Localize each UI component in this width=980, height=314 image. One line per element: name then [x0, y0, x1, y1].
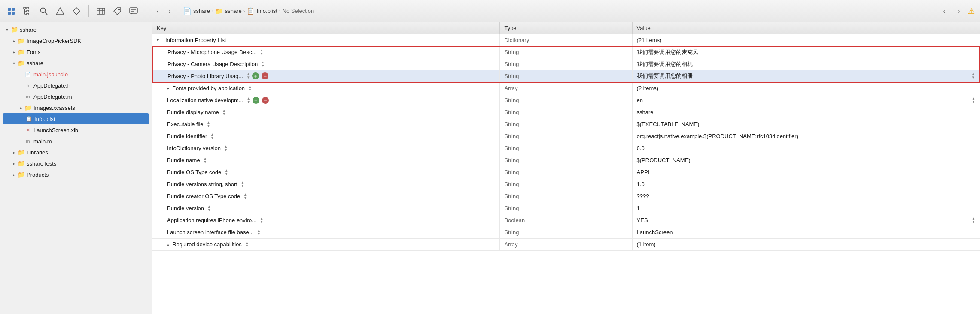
table-row-localization[interactable]: Localization native developm... ▲▼ + − S…: [152, 94, 980, 106]
warning-triangle-icon[interactable]: [54, 5, 66, 17]
svg-marker-14: [56, 8, 64, 15]
key-cell: Bundle OS Type code ▲▼: [152, 166, 500, 178]
key-stepper[interactable]: ▲▼: [224, 145, 228, 152]
diamond-icon[interactable]: [70, 5, 82, 17]
key-stepper[interactable]: ▲▼: [204, 157, 207, 164]
key-cell: Localization native developm... ▲▼ + −: [152, 94, 500, 106]
key-stepper[interactable]: ▲▼: [210, 133, 214, 140]
key-stepper[interactable]: ▲▼: [248, 85, 252, 92]
tree-arrow: [17, 138, 24, 145]
breadcrumb-sshare-2[interactable]: sshare: [225, 8, 242, 14]
table-row-bundle-display-name[interactable]: Bundle display name ▲▼ String sshare: [152, 106, 980, 118]
sidebar-item-sshare-group[interactable]: 📁 sshare: [2, 57, 150, 69]
back-button[interactable]: ‹: [152, 6, 163, 17]
remove-row-button[interactable]: −: [262, 97, 269, 104]
breadcrumb-file-icon: 📄: [183, 7, 192, 15]
tag-icon[interactable]: [111, 5, 123, 17]
table-icon[interactable]: [95, 5, 107, 17]
hierarchy-icon[interactable]: [21, 5, 33, 17]
breadcrumb-sshare-1[interactable]: sshare: [193, 8, 210, 14]
sidebar-item-products[interactable]: 📁 Products: [2, 169, 150, 180]
key-stepper[interactable]: ▲▼: [247, 97, 250, 104]
sidebar-item-main-m[interactable]: m main.m: [2, 136, 150, 147]
sidebar-item-fonts[interactable]: 📁 Fonts: [2, 46, 150, 57]
sidebar-item-ssharetests[interactable]: 📁 sshareTests: [2, 158, 150, 169]
key-stepper[interactable]: ▲▼: [245, 241, 249, 248]
key-cell: Privacy - Camera Usage Description ▲▼: [152, 58, 500, 70]
add-row-button[interactable]: +: [253, 97, 259, 104]
sidebar-item-images-xcassets[interactable]: 📁 Images.xcassets: [2, 102, 150, 113]
table-row-bundle-os-type[interactable]: Bundle OS Type code ▲▼ String APPL: [152, 166, 980, 178]
key-cell: Bundle version ▲▼: [152, 202, 500, 214]
row-key-label: Fonts provided by application: [172, 85, 245, 91]
key-stepper[interactable]: ▲▼: [247, 72, 250, 79]
breadcrumb-infoplist[interactable]: Info.plist: [256, 8, 277, 14]
row-key-label: Privacy - Camera Usage Description: [167, 61, 258, 67]
forward-button[interactable]: ›: [164, 6, 175, 17]
grid-icon[interactable]: [5, 5, 17, 17]
svg-rect-2: [8, 12, 11, 15]
key-stepper[interactable]: ▲▼: [257, 229, 261, 236]
table-row-bundle-name[interactable]: Bundle name ▲▼ String $(PRODUCT_NAME): [152, 154, 980, 166]
svg-rect-6: [27, 10, 29, 12]
sidebar-item-appdelegate-h[interactable]: h AppDelegate.h: [2, 80, 150, 91]
key-stepper[interactable]: ▲▼: [260, 217, 263, 224]
key-stepper[interactable]: ▲▼: [243, 193, 247, 200]
svg-point-12: [41, 8, 46, 12]
sidebar-item-sshare-root[interactable]: 📁 sshare: [2, 24, 150, 35]
sidebar-item-appdelegate-m[interactable]: m AppDelegate.m: [2, 91, 150, 102]
svg-rect-1: [12, 8, 15, 11]
comment-icon[interactable]: [128, 5, 140, 17]
table-row-executable[interactable]: Executable file ▲▼ String $(EXECUTABLE_N…: [152, 118, 980, 130]
table-row-fonts[interactable]: ▸ Fonts provided by application ▲▼ Array…: [152, 82, 980, 94]
key-stepper[interactable]: ▲▼: [225, 169, 228, 176]
key-stepper[interactable]: ▲▼: [207, 205, 211, 212]
row-key-label: Bundle OS Type code: [167, 169, 221, 175]
table-row-privacy-camera[interactable]: Privacy - Camera Usage Description ▲▼ St…: [152, 58, 980, 70]
sidebar-item-info-plist[interactable]: 📋 Info.plist: [3, 113, 149, 124]
table-row-bundle-version-short[interactable]: Bundle versions string, short ▲▼ String …: [152, 178, 980, 190]
type-cell: String: [500, 190, 632, 202]
sidebar-item-libraries[interactable]: 📁 Libraries: [2, 147, 150, 158]
type-cell: Array: [500, 82, 632, 94]
sidebar-item-label: sshare: [27, 60, 43, 66]
table-row[interactable]: ▾ Information Property List Dictionary (…: [152, 34, 980, 46]
table-row-privacy-mic[interactable]: Privacy - Microphone Usage Desc... ▲▼ St…: [152, 46, 980, 58]
row-key-label: Bundle name: [167, 157, 200, 163]
folder-icon: 📁: [17, 59, 25, 67]
key-cell: Bundle display name ▲▼: [152, 106, 500, 118]
key-stepper[interactable]: ▲▼: [207, 121, 210, 128]
value-stepper[interactable]: ▲▼: [972, 217, 975, 224]
table-row-bundle-version[interactable]: Bundle version ▲▼ String 1: [152, 202, 980, 214]
table-row-infodictionary[interactable]: InfoDictionary version ▲▼ String 6.0: [152, 142, 980, 154]
toolbar-back[interactable]: ‹: [939, 6, 950, 17]
value-stepper[interactable]: ▲▼: [971, 72, 975, 79]
key-stepper[interactable]: ▲▼: [241, 181, 244, 188]
key-stepper[interactable]: ▲▼: [260, 49, 263, 56]
type-cell: Boolean: [500, 214, 632, 226]
table-row-required-device[interactable]: ▴ Required device capabilities ▲▼ Array …: [152, 239, 980, 251]
breadcrumb-sep-2: ›: [243, 9, 245, 14]
col-header-type: Type: [500, 22, 632, 34]
add-row-button[interactable]: +: [252, 72, 259, 79]
sidebar-item-imagecrop[interactable]: 📁 ImageCropPickerSDK: [2, 35, 150, 46]
toolbar-forward[interactable]: ›: [953, 6, 965, 17]
key-stepper[interactable]: ▲▼: [222, 109, 226, 116]
table-row-bundle-creator[interactable]: Bundle creator OS Type code ▲▼ String ??…: [152, 190, 980, 202]
sidebar-item-main-jsbundle[interactable]: 📄 main.jsbundle: [2, 69, 150, 80]
table-row-requires-iphone[interactable]: Application requires iPhone enviro... ▲▼…: [152, 214, 980, 226]
table-row-privacy-photo[interactable]: Privacy - Photo Library Usag... ▲▼ + − S…: [152, 70, 980, 82]
tree-arrow: [17, 127, 24, 133]
sidebar-item-launchscreen-xib[interactable]: ✕ LaunchScreen.xib: [2, 124, 150, 136]
type-cell: String: [500, 202, 632, 214]
tree-arrow: [10, 171, 17, 178]
value-stepper[interactable]: ▲▼: [972, 97, 975, 104]
table-row-launch-screen[interactable]: Launch screen interface file base... ▲▼ …: [152, 226, 980, 239]
remove-row-button[interactable]: −: [262, 72, 268, 79]
key-stepper[interactable]: ▲▼: [261, 61, 265, 68]
row-key-label: Application requires iPhone enviro...: [167, 217, 256, 223]
tree-arrow: [3, 26, 10, 33]
folder-icon: 📁: [24, 104, 32, 112]
search-icon[interactable]: [38, 5, 50, 17]
table-row-bundle-identifier[interactable]: Bundle identifier ▲▼ String org.reactjs.…: [152, 130, 980, 142]
